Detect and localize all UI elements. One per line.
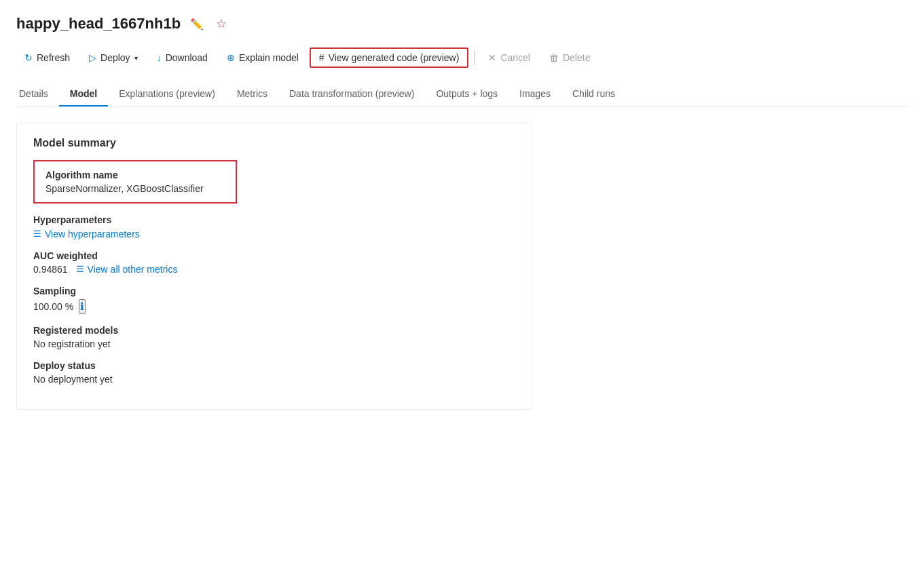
favorite-button[interactable]: ☆ [213, 14, 229, 34]
model-summary-card: Model summary Algorithm name SparseNorma… [16, 123, 532, 410]
title-row: happy_head_1667nh1b ✏️ ☆ [16, 14, 908, 34]
deploy-status-value: No deployment yet [33, 374, 515, 385]
algorithm-name-box: Algorithm name SparseNormalizer, XGBoost… [33, 160, 237, 204]
download-icon: ↓ [157, 52, 162, 63]
search-plus-icon: ⊕ [227, 52, 235, 63]
deploy-status-section: Deploy status No deployment yet [33, 360, 515, 385]
tab-data-transformation[interactable]: Data transformation (preview) [278, 81, 425, 106]
view-other-metrics-button[interactable]: ☰ View all other metrics [76, 264, 178, 275]
hyperparameters-section: Hyperparameters ☰ View hyperparameters [33, 214, 515, 239]
deploy-chevron-icon: ▾ [134, 54, 138, 62]
view-hyperparameters-button[interactable]: ☰ View hyperparameters [33, 229, 140, 239]
cancel-icon: ✕ [488, 52, 496, 63]
registered-models-value: No registration yet [33, 338, 515, 349]
model-summary-title: Model summary [33, 137, 515, 149]
tab-images[interactable]: Images [509, 81, 561, 106]
toolbar-divider [474, 50, 475, 65]
star-icon: ☆ [216, 16, 227, 31]
deploy-status-label: Deploy status [33, 360, 515, 371]
sampling-info-button[interactable]: ℹ [79, 299, 86, 314]
hash-icon: # [319, 52, 325, 63]
sampling-row: 100.00 % ℹ [33, 299, 515, 314]
tab-outputs-logs[interactable]: Outputs + logs [425, 81, 509, 106]
sampling-value: 100.00 % [33, 301, 73, 312]
algorithm-name-label: Algorithm name [45, 170, 225, 180]
delete-button[interactable]: 🗑 Delete [541, 48, 598, 67]
refresh-icon: ↻ [24, 52, 33, 63]
tab-explanations[interactable]: Explanations (preview) [108, 81, 226, 106]
tab-metrics[interactable]: Metrics [226, 81, 278, 106]
tab-details[interactable]: Details [16, 81, 59, 106]
list-icon: ☰ [33, 229, 41, 239]
auc-section: AUC weighted 0.94861 ☰ View all other me… [33, 250, 515, 275]
auc-value: 0.94861 [33, 264, 68, 275]
deploy-icon: ▷ [89, 52, 96, 63]
tab-child-runs[interactable]: Child runs [561, 81, 626, 106]
view-generated-code-button[interactable]: # View generated code (preview) [310, 47, 469, 68]
tab-model[interactable]: Model [59, 81, 108, 106]
refresh-button[interactable]: ↻ Refresh [16, 48, 78, 67]
deploy-button[interactable]: ▷ Deploy ▾ [81, 48, 146, 67]
registered-models-section: Registered models No registration yet [33, 325, 515, 349]
sampling-section: Sampling 100.00 % ℹ [33, 286, 515, 314]
auc-row: 0.94861 ☰ View all other metrics [33, 264, 515, 275]
sampling-label: Sampling [33, 286, 515, 296]
download-button[interactable]: ↓ Download [149, 48, 216, 67]
cancel-button[interactable]: ✕ Cancel [480, 48, 538, 67]
registered-models-label: Registered models [33, 325, 515, 336]
auc-label: AUC weighted [33, 250, 515, 261]
hyperparameters-label: Hyperparameters [33, 214, 515, 225]
tabs-container: Details Model Explanations (preview) Met… [16, 81, 908, 107]
edit-title-button[interactable]: ✏️ [187, 15, 206, 33]
page-title: happy_head_1667nh1b [16, 15, 181, 33]
delete-icon: 🗑 [549, 52, 559, 63]
explain-model-button[interactable]: ⊕ Explain model [219, 48, 307, 67]
toolbar: ↻ Refresh ▷ Deploy ▾ ↓ Download ⊕ Explai… [16, 47, 908, 68]
metrics-list-icon: ☰ [76, 264, 84, 274]
algorithm-name-value: SparseNormalizer, XGBoostClassifier [45, 183, 225, 194]
